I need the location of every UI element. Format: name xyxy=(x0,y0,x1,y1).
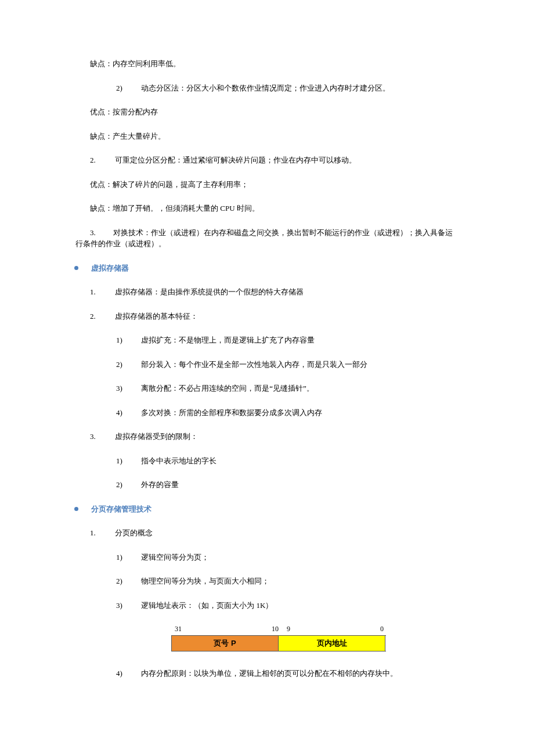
list-item: 1. 虚拟存储器：是由操作系统提供的一个假想的特大存储器 xyxy=(0,286,534,298)
paragraph: 缺点：增加了开销。，但须消耗大量的 CPU 时间。 xyxy=(0,203,534,214)
list-marker: 1) xyxy=(116,552,139,563)
text: 缺点：产生大量碎片。 xyxy=(90,132,165,141)
text: 外存的容量 xyxy=(141,480,179,489)
bullet-icon xyxy=(74,266,78,270)
list-marker: 4) xyxy=(116,668,139,679)
bit-label-10: 10 xyxy=(272,624,283,634)
page-number-field: 页号 P xyxy=(171,636,279,651)
list-marker: 3. xyxy=(90,227,113,239)
bit-labels: 31 10 9 0 xyxy=(171,624,386,635)
paragraph: 缺点：内存空间利用率低。 xyxy=(0,58,534,70)
text: 离散分配：不必占用连续的空间，而是“见缝插针”。 xyxy=(141,384,314,393)
section-title: 虚拟存储器 xyxy=(91,262,129,274)
paragraph: 优点：按需分配内存 xyxy=(0,106,534,118)
text: 虚拟扩充：不是物理上，而是逻辑上扩充了内存容量 xyxy=(141,336,315,344)
list-marker: 3. xyxy=(90,431,113,442)
list-marker: 1. xyxy=(90,286,113,298)
list-item: 4) 内存分配原则：以块为单位，逻辑上相邻的页可以分配在不相邻的内存块中。 xyxy=(0,668,534,679)
list-item: 2) 外存的容量 xyxy=(0,479,534,491)
address-fields: 页号 P 页内地址 xyxy=(171,635,386,651)
section-title: 分页存储管理技术 xyxy=(91,503,151,515)
text: 缺点：增加了开销。，但须消耗大量的 CPU 时间。 xyxy=(90,204,259,213)
paragraph: 缺点：产生大量碎片。 xyxy=(0,131,534,142)
list-item: 1. 分页的概念 xyxy=(0,527,534,539)
text: 可重定位分区分配：通过紧缩可解决碎片问题；作业在内存中可以移动。 xyxy=(115,156,356,164)
list-item: 3) 离散分配：不必占用连续的空间，而是“见缝插针”。 xyxy=(0,383,534,394)
text: 动态分区法：分区大小和个数依作业情况而定；作业进入内存时才建分区。 xyxy=(141,84,390,92)
list-marker: 2) xyxy=(116,359,139,370)
text: 虚拟存储器：是由操作系统提供的一个假想的特大存储器 xyxy=(115,287,304,296)
list-item: 2. 虚拟存储器的基本特征： xyxy=(0,311,534,322)
list-marker: 1) xyxy=(116,455,139,467)
list-item: 1) 虚拟扩充：不是物理上，而是逻辑上扩充了内存容量 xyxy=(0,334,534,346)
list-marker: 2) xyxy=(116,479,139,491)
list-marker: 2) xyxy=(116,575,139,587)
text: 物理空间等分为块，与页面大小相同； xyxy=(141,577,269,585)
text: 多次对换：所需的全部程序和数据要分成多次调入内存 xyxy=(141,408,322,417)
list-marker: 3) xyxy=(116,600,139,611)
text: 虚拟存储器受到的限制： xyxy=(115,432,198,441)
paragraph: 优点：解决了碎片的问题，提高了主存利用率； xyxy=(0,179,534,190)
list-marker: 3) xyxy=(116,383,139,394)
text: 虚拟存储器的基本特征： xyxy=(115,312,198,321)
text: 缺点：内存空间利用率低。 xyxy=(90,59,181,68)
list-marker: 2. xyxy=(90,154,113,166)
text: 部分装入：每个作业不是全部一次性地装入内存，而是只装入一部分 xyxy=(141,360,367,369)
list-marker: 4) xyxy=(116,407,139,419)
list-marker: 1) xyxy=(116,334,139,346)
address-diagram: 31 10 9 0 页号 P 页内地址 xyxy=(171,624,386,651)
list-item: 2) 物理空间等分为块，与页面大小相同； xyxy=(0,575,534,587)
bit-label-9: 9 xyxy=(283,624,290,634)
section-heading: 分页存储管理技术 xyxy=(0,503,534,515)
bullet-icon xyxy=(74,507,78,511)
text: 逻辑空间等分为页； xyxy=(141,553,209,561)
label: 页号 P xyxy=(214,638,236,649)
list-marker: 2) xyxy=(116,82,139,94)
list-item: 3.对换技术：作业（或进程）在内存和磁盘之间交换，换出暂时不能运行的作业（或进程… xyxy=(0,227,534,250)
list-item: 2) 部分装入：每个作业不是全部一次性地装入内存，而是只装入一部分 xyxy=(0,359,534,370)
text: 内存分配原则：以块为单位，逻辑上相邻的页可以分配在不相邻的内存块中。 xyxy=(141,669,398,678)
text: 优点：解决了碎片的问题，提高了主存利用率； xyxy=(90,180,248,189)
list-item: 3) 逻辑地址表示：（如，页面大小为 1K） xyxy=(0,600,534,611)
list-marker: 2. xyxy=(90,311,113,322)
list-item: 4) 多次对换：所需的全部程序和数据要分成多次调入内存 xyxy=(0,407,534,419)
list-marker: 1. xyxy=(90,527,113,539)
list-item: 3. 虚拟存储器受到的限制： xyxy=(0,431,534,442)
offset-field: 页内地址 xyxy=(278,636,385,651)
text: 对换技术：作业（或进程）在内存和磁盘之间交换，换出暂时不能运行的作业（或进程）；… xyxy=(75,228,453,249)
label: 页内地址 xyxy=(317,638,347,649)
list-item: 2. 可重定位分区分配：通过紧缩可解决碎片问题；作业在内存中可以移动。 xyxy=(0,154,534,166)
section-heading: 虚拟存储器 xyxy=(0,262,534,274)
text: 分页的概念 xyxy=(115,528,153,537)
list-item: 2) 动态分区法：分区大小和个数依作业情况而定；作业进入内存时才建分区。 xyxy=(0,82,534,94)
list-item: 1) 指令中表示地址的字长 xyxy=(0,455,534,467)
text: 指令中表示地址的字长 xyxy=(141,456,217,465)
bit-label-31: 31 xyxy=(172,624,182,634)
text: 优点：按需分配内存 xyxy=(90,107,158,116)
bit-label-0: 0 xyxy=(380,624,385,634)
text: 逻辑地址表示：（如，页面大小为 1K） xyxy=(141,601,273,610)
list-item: 1) 逻辑空间等分为页； xyxy=(0,552,534,563)
